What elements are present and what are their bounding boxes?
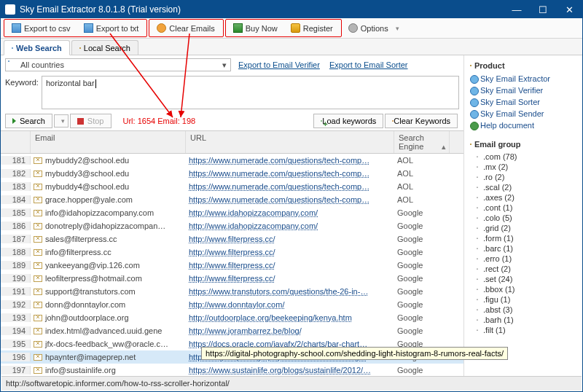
minimize-button[interactable]: —: [504, 1, 530, 18]
toolbar: Export to csv Export to txt Clear Emails…: [1, 18, 582, 39]
mail-icon: [34, 170, 42, 177]
email-group-item[interactable]: .figu (1): [470, 294, 579, 305]
result-url[interactable]: http://www.filterpress.cc/: [189, 248, 275, 256]
mail-icon: [34, 197, 42, 203]
buy-now-button[interactable]: Buy Now: [228, 21, 283, 35]
country-select[interactable]: All countries: [5, 58, 231, 71]
email-group-item[interactable]: .form (1): [470, 233, 579, 243]
table-row[interactable]: 189yankeeyang@vip.126.comhttp://www.filt…: [1, 259, 463, 272]
result-url[interactable]: http://www.idahopizzacompany.com/: [189, 208, 318, 217]
url-tooltip: https://digital-photography-school.com/s…: [201, 347, 508, 360]
export-verifier-link[interactable]: Export to Email Verifier: [238, 60, 320, 69]
clear-keywords-button[interactable]: Clear Keywords: [385, 114, 458, 128]
results-grid: Email URL Search Engine 181mybuddy2@scho…: [1, 130, 463, 376]
mail-icon: [34, 315, 42, 321]
result-url[interactable]: https://www.numerade.com/questions/tech-…: [189, 195, 369, 204]
email-group-item[interactable]: .abst (3): [470, 305, 579, 315]
product-link[interactable]: Sky Email Verifier: [470, 85, 579, 96]
mail-icon: [34, 223, 42, 230]
table-row[interactable]: 192donn@donntaylor.comhttp://www.donntay…: [1, 298, 463, 311]
email-group-item[interactable]: .colo (5): [470, 213, 579, 223]
table-row[interactable]: 182mybuddy3@school.eduhttps://www.numera…: [1, 167, 463, 180]
key-icon: [291, 23, 300, 33]
email-group-item[interactable]: .barc (1): [470, 243, 579, 254]
table-row[interactable]: 191support@transtutors.comhttps://www.tr…: [1, 285, 463, 298]
result-url[interactable]: http://www.filterpress.cc/: [189, 235, 275, 243]
email-group-item[interactable]: .filt (1): [470, 325, 579, 335]
export-csv-button[interactable]: Export to csv: [7, 21, 76, 35]
email-group-item[interactable]: .cont (1): [470, 203, 579, 213]
table-row[interactable]: 181mybuddy2@school.eduhttps://www.numera…: [1, 154, 463, 167]
email-group-item[interactable]: .erro (1): [470, 254, 579, 264]
mail-icon: [34, 184, 42, 190]
email-group-item[interactable]: .rect (2): [470, 264, 579, 274]
table-row[interactable]: 188info@filterpress.cchttp://www.filterp…: [1, 246, 463, 259]
result-url[interactable]: http://www.idahopizzacompany.com/: [189, 222, 318, 230]
mail-icon: [34, 354, 42, 361]
table-row[interactable]: 186donotreply@idahopizzacompan…http://ww…: [1, 219, 463, 232]
email-group-item[interactable]: .axes (2): [470, 192, 579, 203]
tab-web-search[interactable]: Web Search: [4, 40, 70, 55]
product-link[interactable]: Sky Email Sender: [470, 108, 579, 119]
close-button[interactable]: ✕: [556, 1, 582, 18]
table-row[interactable]: 190leofilterpress@hotmail.comhttp://www.…: [1, 272, 463, 285]
result-url[interactable]: https://www.sustainlife.org/blogs/sustai…: [189, 366, 371, 375]
email-group-item[interactable]: .grid (2): [470, 223, 579, 233]
search-split[interactable]: ▾: [54, 114, 69, 128]
options-button[interactable]: Options: [343, 21, 394, 35]
tab-local-search[interactable]: Local Search: [71, 40, 138, 55]
product-link[interactable]: Sky Email Sorter: [470, 96, 579, 108]
email-group-item[interactable]: .bbox (1): [470, 284, 579, 294]
result-url[interactable]: http://www.filterpress.cc/: [189, 261, 275, 270]
table-row[interactable]: 193john@outdoorplace.orghttp://outdoorpl…: [1, 311, 463, 324]
export-sorter-link[interactable]: Export to Email Sorter: [329, 60, 408, 69]
email-group-item[interactable]: .com (78): [470, 152, 579, 162]
register-button[interactable]: Register: [286, 21, 338, 35]
table-row[interactable]: 194index.html@advanced.uuid.genehttp://w…: [1, 324, 463, 337]
product-link[interactable]: Help document: [470, 119, 579, 131]
result-url[interactable]: https://www.numerade.com/questions/tech-…: [189, 156, 369, 165]
stop-icon: [77, 118, 84, 125]
search-button[interactable]: Search: [5, 114, 52, 128]
col-email[interactable]: Email: [31, 131, 186, 153]
email-group-item[interactable]: .set (24): [470, 274, 579, 284]
table-row[interactable]: 183mybuddy4@school.eduhttps://www.numera…: [1, 180, 463, 193]
col-index[interactable]: [1, 131, 31, 153]
export-txt-button[interactable]: Export to txt: [79, 21, 144, 35]
mail-icon: [34, 289, 42, 295]
table-row[interactable]: 187sales@filterpress.cchttp://www.filter…: [1, 232, 463, 246]
mail-icon: [34, 157, 42, 164]
app-icon: [5, 4, 15, 15]
result-url[interactable]: https://www.numerade.com/questions/tech-…: [189, 182, 369, 191]
keyword-input[interactable]: horizontal bar: [42, 76, 459, 109]
result-url[interactable]: https://www.transtutors.com/questions/th…: [189, 287, 368, 296]
mail-icon: [34, 262, 42, 269]
mail-icon: [34, 367, 42, 374]
product-link[interactable]: Sky Email Extractor: [470, 73, 579, 85]
result-url[interactable]: http://www.filterpress.cc/: [189, 274, 275, 283]
result-url[interactable]: http://www.jorambarrez.be/blog/: [189, 326, 302, 335]
email-group-item[interactable]: .barh (1): [470, 315, 579, 325]
email-group-item[interactable]: .ro (2): [470, 172, 579, 182]
col-engine[interactable]: Search Engine: [394, 131, 450, 153]
titlebar: Sky Email Extractor 8.0.1.8 (Trial versi…: [1, 1, 582, 18]
maximize-button[interactable]: ☐: [530, 1, 556, 18]
doc-icon: [84, 23, 93, 33]
mail-icon: [34, 236, 42, 243]
mail-icon: [34, 341, 42, 348]
result-url[interactable]: http://www.donntaylor.com/: [189, 300, 284, 309]
clear-emails-button[interactable]: Clear Emails: [152, 21, 219, 35]
result-url[interactable]: https://www.numerade.com/questions/tech-…: [189, 169, 369, 178]
table-row[interactable]: 197info@sustainlife.orghttps://www.susta…: [1, 364, 463, 376]
stop-button[interactable]: Stop: [70, 114, 111, 128]
mail-icon: [34, 302, 42, 308]
email-group-item[interactable]: .mx (2): [470, 162, 579, 172]
result-url[interactable]: http://outdoorplace.org/beekeeping/kenya…: [189, 313, 352, 322]
window-title: Sky Email Extractor 8.0.1.8 (Trial versi…: [20, 4, 504, 15]
table-row[interactable]: 184grace.hopper@yale.comhttps://www.nume…: [1, 193, 463, 206]
col-url[interactable]: URL: [186, 131, 394, 153]
email-group-item[interactable]: .scal (2): [470, 182, 579, 192]
load-keywords-button[interactable]: Load keywords: [313, 114, 383, 128]
keyword-label: Keyword:: [5, 76, 42, 109]
table-row[interactable]: 185info@idahopizzacompany.comhttp://www.…: [1, 206, 463, 219]
